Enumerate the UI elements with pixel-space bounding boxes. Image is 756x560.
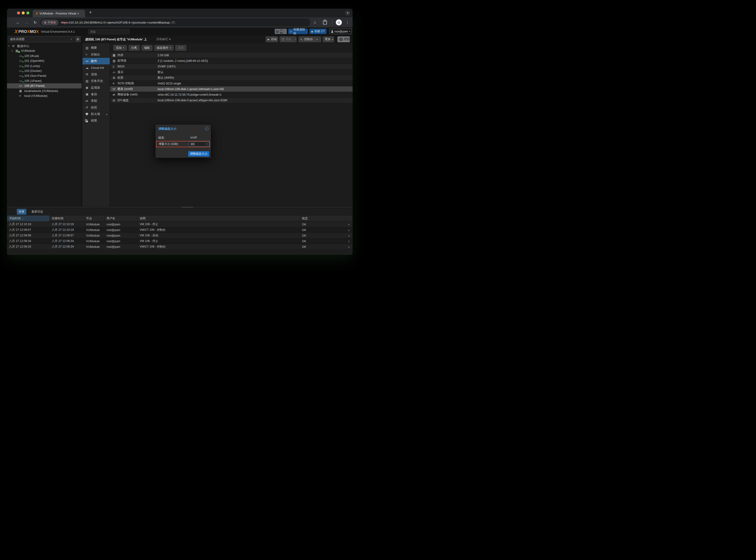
create-vm-button[interactable]: ▭ 创建虚拟机 xyxy=(288,29,308,34)
spinner-up-icon[interactable]: ▴ xyxy=(206,142,207,144)
column-header-2[interactable]: 节点 xyxy=(84,215,104,221)
tree-expander-icon[interactable]: ▾ xyxy=(8,45,9,47)
address-bar[interactable]: ⊗ 不安全 https://10.10.10.254:8006/#v1:0:=q… xyxy=(40,18,310,26)
size-input[interactable]: 30 ▴▾ xyxy=(189,142,209,146)
hardware-row[interactable]: ⚙机型默认 (i440fx) xyxy=(110,75,353,81)
forward-icon[interactable]: → xyxy=(25,20,29,25)
task-row[interactable]: 八月 27 12:06:57八月 27 12:10:19VUModuleroot… xyxy=(7,227,353,233)
row-chevron-icon[interactable]: › xyxy=(345,244,353,249)
vm-menu-item-monitor[interactable]: ▭硬件 xyxy=(83,58,110,64)
window-close-button[interactable] xyxy=(17,12,20,15)
hardware-row[interactable]: ⊟硬盘 (scsi0)local:106/vm-106-disk-1.qcow2… xyxy=(110,86,353,92)
disk-action-button[interactable]: 磁盘操作 ▾ xyxy=(154,45,174,51)
vm-menu-item-lock[interactable]: 权限 xyxy=(83,117,110,124)
running-play-icon: ▶ xyxy=(22,75,24,78)
hardware-row[interactable]: ⇄网络设备 (net0)virtio=BC:24:11:72:55:74,bri… xyxy=(110,92,353,98)
vm-menu-item-list[interactable]: ▤任务历史 xyxy=(83,78,110,84)
documentation-button[interactable]: ▤ 文档 xyxy=(275,29,287,34)
row-chevron-icon[interactable]: › xyxy=(345,233,353,238)
column-header-5[interactable]: 状态 xyxy=(300,215,345,221)
extensions-icon[interactable] xyxy=(323,21,327,24)
tab-cluster-log[interactable]: 集群日志 xyxy=(31,210,43,214)
splitter-handle[interactable] xyxy=(182,207,193,208)
browser-tab[interactable]: X VUModule - Proxmox Virtual E × xyxy=(33,10,85,17)
row-chevron-icon[interactable]: › xyxy=(345,222,353,227)
revert-button[interactable]: 还原 xyxy=(175,45,186,51)
tree-item-vm-101[interactable]: ▭▶101 (OpenWrt) xyxy=(7,58,82,63)
column-header-0[interactable]: 开始时间↓ xyxy=(7,215,50,221)
tree-item-sdn-localnetwork[interactable]: ▦localnetwork (VUModule) xyxy=(7,88,82,93)
row-chevron-icon[interactable]: › xyxy=(345,238,353,244)
new-tab-button[interactable]: + xyxy=(89,10,92,15)
task-row[interactable]: 八月 27 12:06:25八月 27 12:06:34VUModuleroot… xyxy=(7,244,353,250)
security-chip[interactable]: ⊗ 不安全 xyxy=(41,20,59,25)
hardware-row[interactable]: ▭显示默认 xyxy=(110,69,353,75)
tree-settings-button[interactable]: ⚙ xyxy=(75,36,81,42)
browser-menu-icon[interactable]: ⋮ xyxy=(345,20,349,25)
hardware-row[interactable]: ▯BIOSOVMF (UEFI) xyxy=(110,64,353,69)
tab-overflow-button[interactable]: ▾ xyxy=(345,11,350,16)
column-header-3[interactable]: 用户名 xyxy=(104,215,138,221)
shutdown-button[interactable]: 关机 ▾ xyxy=(279,36,297,42)
vm-menu-label: 任务历史 xyxy=(91,79,103,83)
tab-tasks[interactable]: 任务 xyxy=(17,209,26,215)
edit-tags-pencil-icon[interactable]: ✎ xyxy=(169,38,171,41)
profile-avatar[interactable]: ◍ xyxy=(336,19,342,25)
tree-item-storage-local[interactable]: ≡local (VUModule) xyxy=(7,93,82,98)
tree-item-vm-100[interactable]: ▭▶100 (iKuai) xyxy=(7,54,82,58)
more-button[interactable]: 更多 ▾ xyxy=(323,36,334,42)
add-button[interactable]: 添加 ▾ xyxy=(113,45,127,51)
tree-item-vm-102[interactable]: ▭▶102 (Lucky) xyxy=(7,63,82,68)
tree-expander-icon[interactable]: ▾ xyxy=(12,50,13,52)
pve-search-input[interactable]: 搜索 xyxy=(88,29,129,34)
tree-item-vm-104[interactable]: ▭▶104 (Sun-Panel) xyxy=(7,73,82,78)
row-chevron-icon[interactable]: › xyxy=(345,227,353,233)
console-button[interactable]: >_ 控制台 ▾ xyxy=(298,36,321,42)
tab-close-icon[interactable]: × xyxy=(77,12,79,15)
task-cell: VUModule xyxy=(84,238,104,244)
hardware-row[interactable]: ▦内存2.00 GiB xyxy=(110,53,353,58)
user-menu-button[interactable]: root@pam ▾ xyxy=(330,29,352,34)
dialog-close-icon[interactable]: × xyxy=(205,127,209,131)
vm-menu-item-shield[interactable]: 防火墙▸ xyxy=(83,111,110,117)
reload-icon[interactable]: ↻ xyxy=(34,20,37,25)
spinner-control[interactable]: ▴▾ xyxy=(205,142,208,146)
create-ct-button[interactable]: ◈ 创建 CT xyxy=(310,29,327,34)
back-icon[interactable]: ← xyxy=(16,20,20,25)
tree-item-vm-106[interactable]: ▭106 (BT-Panel) xyxy=(7,83,82,88)
help-button[interactable]: ? 帮助 xyxy=(337,36,350,42)
vm-menu-item-replicate[interactable]: ⇄复制 xyxy=(83,98,110,104)
spinner-down-icon[interactable]: ▾ xyxy=(206,144,207,146)
hardware-row[interactable]: ⊟EFI 磁盘local:106/vm-106-disk-0.qcow2,efi… xyxy=(110,98,353,103)
vm-menu-item-snapshot[interactable]: ↺快照 xyxy=(83,104,110,111)
tree-item-datacenter[interactable]: ▾≣数据中心 xyxy=(7,43,82,48)
task-row[interactable]: 八月 27 12:06:56八月 27 12:06:57VUModuleroot… xyxy=(7,233,353,238)
vm-menu-item-terminal[interactable]: >_控制台 xyxy=(83,51,110,58)
column-header-1[interactable]: 结束时间 xyxy=(50,215,84,221)
resize-submit-button[interactable]: 调整磁盘大小 xyxy=(188,151,209,157)
hardware-row[interactable]: ▥处理器2 (1 sockets, 2 cores) [x86-64-v2-AE… xyxy=(110,58,353,64)
task-row[interactable]: 八月 27 12:06:34八月 27 12:06:34VUModuleroot… xyxy=(7,238,353,244)
window-minimize-button[interactable] xyxy=(22,12,25,15)
hardware-row[interactable]: ≡SCSI 控制器VirtIO SCSI single xyxy=(110,81,353,86)
view-selector[interactable]: 服务器视图 ▾ xyxy=(8,36,74,42)
vm-menu-item-cloud[interactable]: ☁Cloud-Init xyxy=(83,64,110,71)
tree-item-vm-105[interactable]: ▭▶105 (1Panel) xyxy=(7,78,82,83)
task-row[interactable]: 八月 27 12:10:19八月 27 12:10:19VUModuleroot… xyxy=(7,222,353,227)
column-header-4[interactable]: 说明 xyxy=(138,215,300,221)
window-zoom-button[interactable] xyxy=(26,12,29,15)
edit-button[interactable]: 编辑 xyxy=(142,45,152,51)
monitor-icon: ▭ xyxy=(290,30,292,33)
bookmark-star-icon[interactable]: ☆ xyxy=(313,20,316,25)
start-button[interactable]: ▶ 启动 xyxy=(266,36,278,42)
vm-menu-item-gear[interactable]: ⚙选项 xyxy=(83,71,110,78)
url-scheme: https xyxy=(61,21,68,24)
tree-item-node-vumodule[interactable]: ▾▦✓VUModule xyxy=(7,48,82,53)
tree-item-vm-103[interactable]: ▭▶103 (Docker) xyxy=(7,68,82,73)
vm-menu-item-floppy[interactable]: ▣备份 xyxy=(83,91,110,98)
detach-button[interactable]: 分离 xyxy=(129,45,140,51)
vm-menu-item-eye[interactable]: ◉监视器 xyxy=(83,84,110,91)
vm-menu-item-book[interactable]: ▤概要 xyxy=(83,44,110,51)
panel-splitter[interactable] xyxy=(7,206,353,208)
tree-header: 服务器视图 ▾ ⚙ xyxy=(8,36,81,42)
